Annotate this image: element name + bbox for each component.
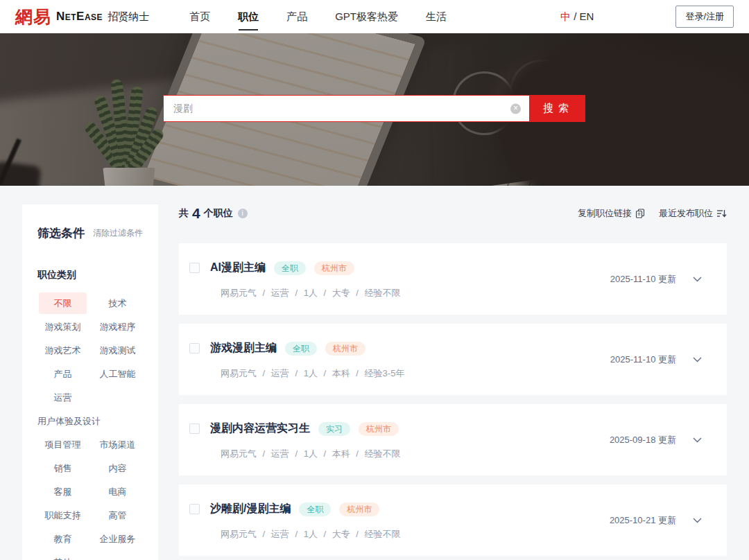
job-card[interactable]: 游戏漫剧主编 全职 杭州市 网易元气 / 运营 / 1人 / 本科 / 经验3-…: [179, 324, 727, 395]
lang-zh[interactable]: 中: [560, 10, 571, 22]
filter-item-education[interactable]: 教育: [37, 532, 88, 545]
job-list-panel: 共 4 个职位 复制职位链接 最近发布职位: [179, 204, 727, 560]
search-button[interactable]: 搜索: [529, 95, 585, 122]
filter-item-support[interactable]: 职能支持: [37, 509, 88, 522]
job-select-checkbox[interactable]: [189, 504, 200, 514]
netease-logo[interactable]: 網易 NetEase 招贤纳士: [15, 6, 149, 28]
job-card-right: 2025-09-18 更新: [610, 434, 702, 446]
chevron-down-icon[interactable]: [693, 518, 702, 523]
results-count: 4: [192, 206, 200, 220]
job-card[interactable]: 沙雕剧/漫剧主编 全职 杭州市 网易元气 / 运营 / 1人 / 大专 / 经验…: [179, 484, 727, 556]
job-select-checkbox[interactable]: [189, 423, 200, 434]
job-select-checkbox[interactable]: [189, 343, 200, 353]
job-city-badge: 杭州市: [325, 342, 365, 356]
chevron-down-icon[interactable]: [693, 437, 702, 443]
job-card[interactable]: AI漫剧主编 全职 杭州市 网易元气 / 运营 / 1人 / 大专 / 经验不限…: [179, 243, 727, 315]
job-card[interactable]: 漫剧内容运营实习生 实习 杭州市 网易元气 / 运营 / 1人 / 本科 / 经…: [179, 404, 727, 475]
job-meta: 网易元气 / 运营 / 1人 / 大专 / 经验不限: [221, 287, 727, 299]
copy-job-link-button[interactable]: 复制职位链接: [578, 207, 645, 220]
info-icon[interactable]: [238, 209, 248, 218]
job-updated-date: 2025-11-10 更新: [610, 353, 676, 366]
job-card-right: 2025-11-10 更新: [610, 353, 702, 366]
filter-item-ai[interactable]: 人工智能: [92, 367, 143, 380]
filter-title: 筛选条件: [37, 225, 85, 241]
filter-item-marketing[interactable]: 市场渠道: [92, 438, 143, 451]
language-switcher: 中 / EN: [560, 10, 594, 24]
clear-search-icon[interactable]: [510, 103, 521, 114]
job-updated-date: 2025-09-18 更新: [610, 434, 676, 446]
job-title[interactable]: 漫剧内容运营实习生: [210, 421, 310, 436]
job-type-badge: 全职: [285, 342, 317, 356]
results-actions: 复制职位链接 最近发布职位: [578, 207, 727, 220]
job-meta: 网易元气 / 运营 / 1人 / 本科 / 经验不限: [221, 448, 727, 460]
filter-item-game-design[interactable]: 游戏策划: [37, 320, 88, 333]
job-city-badge: 杭州市: [314, 261, 354, 275]
job-title[interactable]: AI漫剧主编: [210, 261, 266, 275]
results-bar: 共 4 个职位 复制职位链接 最近发布职位: [179, 206, 727, 220]
job-card-right: 2025-11-10 更新: [610, 273, 702, 286]
logo-cn-characters: 網易: [15, 6, 51, 28]
logo-en-wordmark: NetEase: [56, 10, 103, 24]
hero-banner: 搜索: [0, 33, 749, 186]
top-navigation-bar: 網易 NetEase 招贤纳士 首页 职位 产品 GPT极客热爱 生活 中 / …: [0, 0, 749, 33]
filter-item-tech[interactable]: 技术: [92, 297, 143, 310]
filter-item-sales[interactable]: 销售: [37, 462, 88, 475]
search-input-container: [163, 95, 529, 122]
copy-job-link-label: 复制职位链接: [578, 207, 632, 220]
filter-item-operations[interactable]: 运营: [37, 391, 88, 404]
filter-item-ecommerce[interactable]: 电商: [92, 485, 143, 498]
job-updated-date: 2025-11-10 更新: [610, 273, 676, 286]
copy-icon: [635, 209, 645, 218]
job-type-badge: 全职: [274, 261, 306, 275]
lang-en[interactable]: EN: [580, 10, 594, 22]
job-updated-date: 2025-10-21 更新: [610, 514, 676, 527]
job-type-badge: 实习: [318, 422, 350, 436]
clear-filters-link[interactable]: 清除过滤条件: [93, 227, 143, 239]
filter-item-enterprise[interactable]: 企业服务: [92, 532, 143, 545]
page-content: 筛选条件 清除过滤条件 职位类别 不限 技术 游戏策划 游戏程序 游戏艺术 游戏…: [0, 186, 749, 560]
results-count-prefix: 共: [179, 207, 189, 220]
filter-item-project-mgmt[interactable]: 项目管理: [37, 438, 88, 451]
filter-sidebar: 筛选条件 清除过滤条件 职位类别 不限 技术 游戏策划 游戏程序 游戏艺术 游戏…: [22, 204, 158, 560]
filter-sidebar-header: 筛选条件 清除过滤条件: [37, 225, 143, 241]
job-type-badge: 全职: [299, 502, 331, 516]
filter-item-game-program[interactable]: 游戏程序: [92, 320, 143, 333]
results-count-suffix: 个职位: [204, 207, 233, 220]
nav-item-products[interactable]: 产品: [285, 0, 309, 34]
job-title[interactable]: 游戏漫剧主编: [210, 341, 277, 356]
sort-recent-button[interactable]: 最近发布职位: [659, 207, 727, 220]
job-city-badge: 杭州市: [359, 422, 399, 436]
filter-item-ux-design[interactable]: 用户体验及设计: [37, 414, 143, 428]
chevron-down-icon[interactable]: [693, 277, 702, 282]
chevron-down-icon[interactable]: [693, 357, 702, 362]
lang-separator: /: [571, 10, 580, 22]
nav-item-home[interactable]: 首页: [188, 0, 212, 34]
logo-tagline: 招贤纳士: [107, 10, 149, 24]
filter-item-content[interactable]: 内容: [92, 462, 143, 475]
filter-item-unlimited[interactable]: 不限: [39, 292, 87, 314]
login-register-button[interactable]: 登录/注册: [675, 6, 734, 28]
job-category-filter-grid: 不限 技术 游戏策划 游戏程序 游戏艺术 游戏测试 产品 人工智能 运营 用户体…: [37, 297, 143, 560]
filter-item-other[interactable]: 其他: [37, 556, 88, 560]
job-meta: 网易元气 / 运营 / 1人 / 本科 / 经验3-5年: [221, 367, 727, 380]
filter-item-executive[interactable]: 高管: [92, 509, 143, 522]
sort-descending-icon: [716, 209, 727, 218]
job-select-checkbox[interactable]: [189, 263, 200, 273]
filter-item-game-art[interactable]: 游戏艺术: [37, 344, 88, 357]
job-city-badge: 杭州市: [339, 502, 379, 516]
filter-item-service[interactable]: 客服: [37, 485, 88, 498]
sort-recent-label: 最近发布职位: [659, 207, 713, 220]
job-meta: 网易元气 / 运营 / 1人 / 大专 / 经验不限: [221, 528, 727, 541]
filter-item-product[interactable]: 产品: [37, 367, 88, 380]
job-title[interactable]: 沙雕剧/漫剧主编: [210, 502, 291, 516]
nav-item-jobs[interactable]: 职位: [236, 0, 260, 34]
nav-item-life[interactable]: 生活: [424, 0, 448, 34]
job-search-bar: 搜索: [163, 95, 585, 122]
search-input[interactable]: [163, 95, 529, 122]
filter-item-game-qa[interactable]: 游戏测试: [92, 344, 143, 357]
main-nav: 首页 职位 产品 GPT极客热爱 生活: [188, 0, 448, 34]
filter-group-title: 职位类别: [37, 269, 143, 281]
nav-item-gpt[interactable]: GPT极客热爱: [334, 0, 399, 34]
job-card-right: 2025-10-21 更新: [610, 514, 702, 527]
